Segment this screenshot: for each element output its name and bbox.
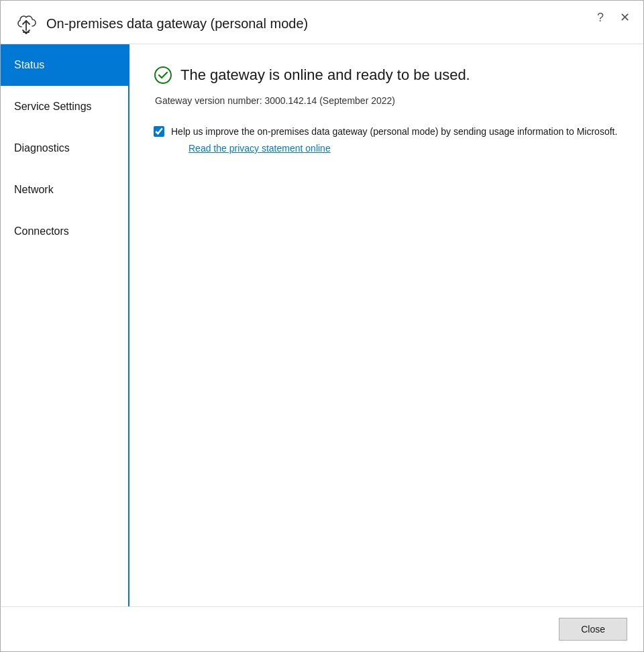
improve-checkbox[interactable] (154, 126, 164, 137)
gateway-version: Gateway version number: 3000.142.14 (Sep… (154, 95, 619, 106)
window-title: On-premises data gateway (personal mode) (46, 16, 308, 32)
checkbox-text-container: Help us improve the on-premises data gat… (171, 125, 617, 154)
title-bar: On-premises data gateway (personal mode)… (1, 1, 643, 44)
close-button[interactable]: Close (559, 618, 627, 641)
close-window-button[interactable]: ✕ (617, 10, 633, 25)
content-panel: The gateway is online and ready to be us… (129, 44, 643, 606)
sidebar-item-service-settings[interactable]: Service Settings (1, 86, 128, 127)
improve-checkbox-wrapper[interactable] (154, 126, 164, 140)
svg-point-2 (155, 67, 171, 83)
footer: Close (1, 606, 643, 651)
status-header: The gateway is online and ready to be us… (154, 66, 619, 85)
checkbox-row: Help us improve the on-premises data gat… (154, 125, 619, 154)
sidebar-item-network[interactable]: Network (1, 169, 128, 211)
sidebar: Status Service Settings Diagnostics Netw… (1, 44, 129, 606)
sidebar-item-connectors[interactable]: Connectors (1, 211, 128, 252)
main-area: Status Service Settings Diagnostics Netw… (1, 44, 643, 606)
checkbox-label[interactable]: Help us improve the on-premises data gat… (171, 126, 617, 137)
help-button[interactable]: ? (594, 10, 606, 25)
cloud-upload-icon (14, 11, 38, 36)
sidebar-item-diagnostics[interactable]: Diagnostics (1, 127, 128, 169)
privacy-link[interactable]: Read the privacy statement online (189, 143, 617, 154)
sidebar-item-status[interactable]: Status (1, 44, 128, 86)
title-bar-controls: ? ✕ (594, 10, 633, 25)
status-title: The gateway is online and ready to be us… (180, 66, 470, 84)
check-circle-icon (154, 66, 172, 85)
main-window: On-premises data gateway (personal mode)… (0, 0, 644, 652)
